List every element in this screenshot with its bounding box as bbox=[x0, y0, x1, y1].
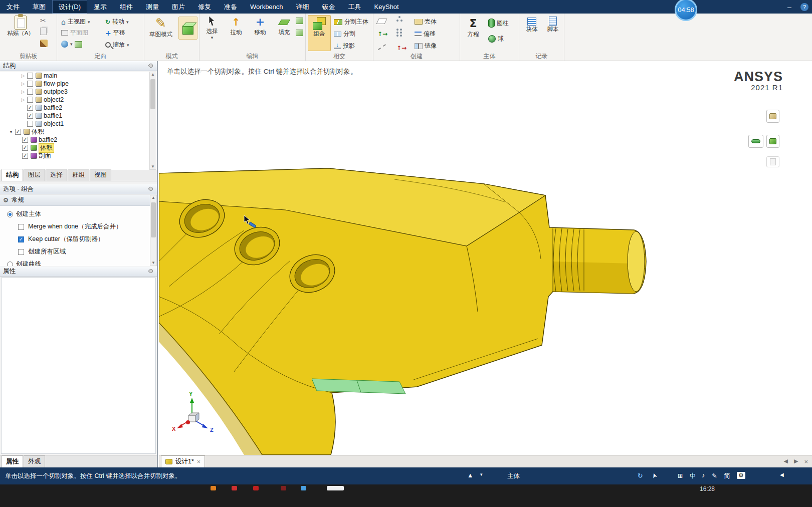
float-pipe-button[interactable] bbox=[748, 135, 763, 148]
paste-button[interactable]: 粘贴（A） bbox=[6, 16, 35, 37]
radio-icon[interactable] bbox=[7, 262, 13, 267]
check-keep-cutter[interactable]: ✓ Keep cutter（保留切割器） bbox=[17, 235, 157, 243]
equation-button[interactable]: Σ 方程 bbox=[462, 17, 484, 38]
visibility-checkbox[interactable]: ✓ bbox=[22, 153, 28, 159]
cut-button[interactable]: ✂ bbox=[40, 17, 46, 25]
tab-structure[interactable]: 结构 bbox=[2, 169, 23, 181]
mirror-button[interactable]: 镜像 bbox=[415, 42, 437, 50]
close-all-button[interactable]: × bbox=[804, 458, 808, 465]
status-selection-filter[interactable]: 主体 bbox=[507, 472, 520, 480]
viewport-3d[interactable]: Y X Z 单击以选择一个切割对象。按住 Ctrl 键并选择以合并切割对象。 A… bbox=[159, 61, 812, 455]
tab-tools[interactable]: 工具 bbox=[342, 0, 368, 14]
taskbar-active-app[interactable] bbox=[327, 486, 344, 490]
pin-icon[interactable] bbox=[148, 186, 153, 191]
visibility-checkbox[interactable]: ✓ bbox=[22, 145, 28, 151]
expand-arrow-icon[interactable]: ▷ bbox=[20, 73, 26, 78]
check-merge-when-done[interactable]: Merge when done（完成后合并） bbox=[17, 222, 157, 231]
view-sphere-button[interactable]: ▾ bbox=[61, 41, 82, 48]
taskbar-app-icon[interactable] bbox=[211, 486, 216, 490]
script-button[interactable]: 脚本 bbox=[543, 17, 562, 33]
point-grid-button[interactable] bbox=[396, 32, 398, 34]
close-tab-icon[interactable]: × bbox=[197, 458, 200, 465]
tab-keyshot[interactable]: KeyShot bbox=[368, 0, 405, 14]
radio-create-body[interactable]: 创建主体 bbox=[7, 210, 157, 218]
tab-detail[interactable]: 详细 bbox=[290, 0, 316, 14]
visibility-checkbox[interactable]: ✓ bbox=[22, 137, 28, 143]
next-tab-button[interactable]: ▶ bbox=[794, 458, 798, 465]
tree-item-main[interactable]: ▷ main bbox=[0, 72, 157, 80]
ime-keyboard-icon[interactable]: ⊞ bbox=[678, 472, 683, 479]
tree-item-volume-selected[interactable]: ✓ 体积 bbox=[0, 144, 157, 152]
tab-file[interactable]: 文件 bbox=[0, 0, 26, 14]
ime-pen-icon[interactable]: ✎ bbox=[712, 472, 717, 479]
shell-button[interactable]: 壳体 bbox=[415, 18, 437, 26]
visibility-checkbox[interactable]: ✓ bbox=[15, 129, 21, 135]
tab-properties[interactable]: 属性 bbox=[2, 455, 23, 467]
move-tool-button[interactable]: + 移动 bbox=[249, 16, 272, 36]
scrollbar-thumb[interactable] bbox=[150, 79, 155, 109]
spin-button[interactable]: ↻ 转动▾ bbox=[105, 18, 129, 26]
visibility-checkbox[interactable] bbox=[27, 73, 33, 79]
fill-tool-button[interactable]: 填充 bbox=[273, 16, 296, 36]
tab-measure[interactable]: 测量 bbox=[139, 0, 165, 14]
project-button[interactable]: ↓ 投影 bbox=[334, 42, 355, 50]
pan-button[interactable]: + 平移 bbox=[105, 29, 125, 37]
tab-layers[interactable]: 图层 bbox=[24, 169, 45, 181]
taskbar-app-icon[interactable] bbox=[281, 486, 286, 490]
tab-appearance[interactable]: 外观 bbox=[24, 455, 45, 467]
line-button[interactable] bbox=[377, 43, 386, 48]
tree-item-section[interactable]: ✓ 剖面 bbox=[0, 152, 157, 160]
windows-taskbar[interactable]: 16:28 bbox=[0, 484, 812, 507]
tab-sheetmetal[interactable]: 钣金 bbox=[316, 0, 342, 14]
prev-tab-button[interactable]: ◀ bbox=[783, 458, 787, 465]
axis-button[interactable]: ↑→ bbox=[377, 31, 387, 38]
tab-design[interactable]: 设计(D) bbox=[52, 0, 87, 14]
copy-button[interactable] bbox=[40, 28, 47, 35]
visibility-checkbox[interactable]: ✓ bbox=[27, 113, 33, 119]
checkbox-checked[interactable]: ✓ bbox=[18, 236, 24, 242]
tab-assembly[interactable]: 组件 bbox=[113, 0, 139, 14]
point-button[interactable] bbox=[396, 20, 398, 22]
tree-item-baffle2[interactable]: ✓ baffle2 bbox=[0, 104, 157, 112]
tree-item-baffle2-child[interactable]: ✓ baffle2 bbox=[0, 136, 157, 144]
sphere-button[interactable]: 球 bbox=[488, 35, 504, 43]
edit-extra-top-button[interactable] bbox=[296, 18, 303, 24]
float-component-button[interactable] bbox=[766, 110, 779, 123]
ime-language-toggle[interactable]: 中 bbox=[690, 472, 696, 480]
ime-simplified-toggle[interactable]: 简 bbox=[724, 472, 730, 480]
model-3d[interactable]: Y X Z bbox=[159, 61, 812, 455]
tab-groups[interactable]: 群组 bbox=[68, 169, 89, 181]
tab-display[interactable]: 显示 bbox=[87, 0, 113, 14]
split-button[interactable]: 分割 bbox=[334, 30, 355, 38]
tab-prepare[interactable]: 准备 bbox=[218, 0, 244, 14]
ime-collapse-button[interactable]: ◀ bbox=[780, 472, 784, 477]
pin-icon[interactable] bbox=[148, 63, 153, 68]
status-up-triangle-icon[interactable]: ▲ bbox=[467, 472, 473, 479]
pull-tool-button[interactable]: ↑ 拉动 bbox=[225, 16, 248, 36]
expand-arrow-icon[interactable]: ▷ bbox=[20, 81, 26, 86]
format-painter-button[interactable] bbox=[40, 40, 48, 47]
float-sheet-button[interactable] bbox=[766, 156, 779, 167]
tab-workbench[interactable]: Workbench bbox=[244, 0, 290, 14]
cylinder-button[interactable]: 圆柱 bbox=[488, 19, 509, 28]
collapse-arrow-icon[interactable]: ▾ bbox=[8, 129, 14, 134]
float-solid-button[interactable] bbox=[766, 135, 779, 148]
expand-arrow-icon[interactable]: ▷ bbox=[20, 89, 26, 94]
options-general-section[interactable]: ⚙ 常规 bbox=[0, 195, 157, 206]
split-body-button[interactable]: 分割主体 bbox=[334, 18, 368, 26]
origin-button[interactable]: ↑→ bbox=[396, 45, 407, 52]
tree-item-object1[interactable]: object1 bbox=[0, 120, 157, 128]
tab-views[interactable]: 视图 bbox=[90, 169, 111, 181]
visibility-checkbox[interactable] bbox=[27, 89, 33, 95]
tree-item-flow-pipe[interactable]: ▷ flow-pipe bbox=[0, 80, 157, 88]
tree-item-volume-parent[interactable]: ▾ ✓ 体积 bbox=[0, 128, 157, 136]
refresh-icon[interactable]: ↻ bbox=[638, 472, 643, 479]
sketch-mode-button[interactable]: ✎ 草图模式 bbox=[146, 16, 175, 38]
combine-button[interactable]: 组合 bbox=[308, 15, 331, 51]
taskbar-app-icon[interactable] bbox=[301, 486, 306, 490]
plane-button[interactable] bbox=[377, 19, 386, 24]
expand-arrow-icon[interactable]: ▷ bbox=[20, 97, 26, 102]
plan-view-button[interactable]: 平面图 bbox=[61, 29, 88, 37]
ime-settings-button[interactable]: ⚙ bbox=[737, 472, 745, 479]
tab-facets[interactable]: 面片 bbox=[165, 0, 191, 14]
